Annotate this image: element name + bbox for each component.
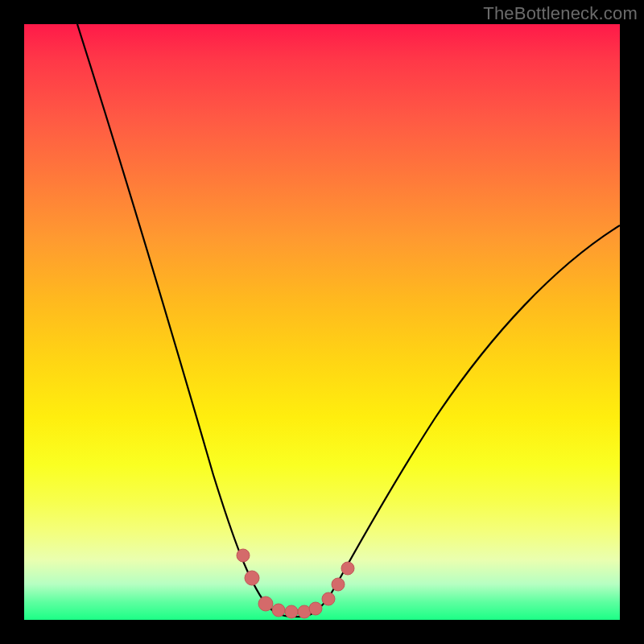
marker-dot [272,604,285,617]
curve-layer [24,24,620,620]
highlight-markers [237,549,354,618]
marker-dot [285,605,298,618]
marker-dot [237,549,250,562]
marker-dot [341,562,354,575]
marker-dot [332,578,345,591]
watermark-text: TheBottleneck.com [483,3,638,24]
plot-area [24,24,620,620]
marker-dot [298,605,311,618]
marker-dot [258,597,273,611]
marker-dot [309,602,322,615]
chart-frame: TheBottleneck.com [0,0,644,644]
marker-dot [245,571,259,585]
marker-dot [322,592,335,605]
bottleneck-curve [77,24,620,617]
